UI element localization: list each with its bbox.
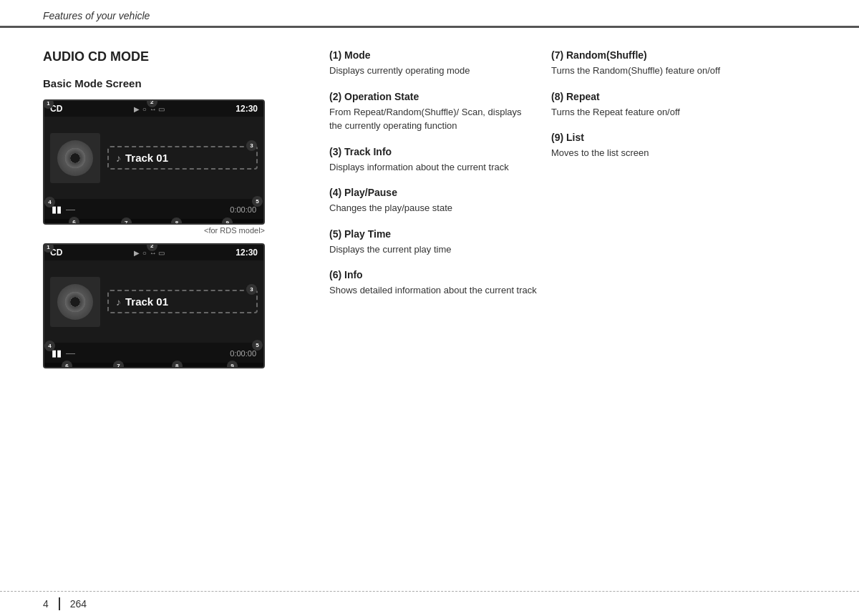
item-3: (3) Track Info Displays information abou…	[329, 146, 537, 175]
footer-page-text: 264	[70, 598, 87, 610]
badge-4b: 4	[44, 341, 55, 351]
screen2-play-time: 0:00:00	[230, 349, 256, 358]
battery-icon2: ▭	[158, 249, 165, 257]
screen1-album-art	[50, 133, 100, 183]
item-5-desc: Displays the current play time	[329, 243, 537, 257]
badge-6b: 6	[62, 361, 72, 368]
rds-note: <for RDS model>	[43, 226, 265, 235]
item-1-label: (1) Mode	[329, 49, 537, 61]
section-sub-title: Basic Mode Screen	[43, 77, 315, 89]
item-4-desc: Changes the play/pause state	[329, 201, 537, 215]
screen2-body: ♪ Track 01 3	[44, 260, 263, 343]
screen1-track-name: Track 01	[125, 152, 168, 164]
right-item-9-label: (9) List	[551, 132, 816, 143]
shuffle-text-btn[interactable]: Shuffle	[106, 368, 143, 368]
badge-5: 5	[252, 196, 263, 207]
screen1-play-time: 0:00:00	[230, 205, 256, 214]
dash-sep: ―	[66, 204, 75, 215]
bluetooth-icon: ▶	[134, 105, 140, 113]
cd-center2	[70, 297, 80, 307]
item-1-desc: Displays currently operating mode	[329, 64, 537, 78]
screen1-body: ♪ Track 01 3	[44, 117, 263, 199]
header-title: Features of your vehicle	[43, 10, 150, 21]
right-item-8: (8) Repeat Turns the Repeat feature on/o…	[551, 91, 816, 119]
page-footer: 4 264	[0, 591, 859, 616]
section-main-title: AUDIO CD MODE	[43, 49, 315, 64]
right-column: (7) Random(Shuffle) Turns the Random(Shu…	[537, 49, 816, 374]
badge-7b: 7	[113, 361, 124, 368]
screen1-time: 12:30	[236, 104, 258, 114]
screen1-buttons: ⓘ 6 ⇆ 7 ↺ 8 ☰ 9	[44, 219, 263, 225]
circle-icon2: ○	[142, 249, 147, 257]
badge-3: 3	[246, 140, 257, 151]
item-2-desc: From Repeat/Random(Shuffle)/ Scan, displ…	[329, 105, 537, 133]
badge-4: 4	[44, 197, 55, 207]
badge-8: 8	[171, 217, 182, 225]
item-5-label: (5) Play Time	[329, 228, 537, 240]
item-4: (4) Play/Pause Changes the play/pause st…	[329, 187, 537, 215]
cd-disc-icon	[57, 140, 93, 176]
screen1-bottom: 4 ▮▮ ― 0:00:00 5	[44, 199, 263, 219]
mid-column: (1) Mode Displays currently operating mo…	[315, 49, 537, 374]
badge-9b: 9	[227, 361, 238, 368]
item-2: (2) Operation State From Repeat/Random(S…	[329, 91, 537, 133]
info-text-btn[interactable]: Info	[59, 368, 84, 368]
battery-icon: ▭	[158, 105, 165, 113]
right-item-8-desc: Turns the Repeat feature on/off	[551, 105, 816, 119]
dash-sep2: ―	[66, 348, 75, 358]
circle-icon: ○	[142, 105, 147, 113]
screen2-icons: ▶ ○ ↔ ▭ 2	[134, 249, 165, 257]
screen1-icons: ▶ ○ ↔ ▭ 2	[134, 105, 165, 113]
car-screen-1: 1 CD ▶ ○ ↔ ▭ 2 12:30	[43, 99, 265, 225]
right-item-7: (7) Random(Shuffle) Turns the Random(Shu…	[551, 49, 816, 78]
music-note-icon2: ♪	[116, 296, 121, 308]
item-2-label: (2) Operation State	[329, 91, 537, 102]
list-text-btn[interactable]: List	[224, 368, 249, 368]
screen2-album-art	[50, 277, 100, 327]
right-item-9: (9) List Moves to the list screen	[551, 132, 816, 160]
screen2-track-name: Track 01	[125, 295, 168, 308]
screen2-buttons: Info 6 Shuffle 7 Repeat 8 List 9	[44, 363, 263, 368]
music-note-icon: ♪	[116, 152, 121, 164]
screen2-time: 12:30	[236, 248, 258, 258]
right-item-8-label: (8) Repeat	[551, 91, 816, 102]
item-1: (1) Mode Displays currently operating mo…	[329, 49, 537, 78]
screen1-play-area: 4 ▮▮ ―	[52, 204, 75, 215]
main-content: AUDIO CD MODE Basic Mode Screen 1 CD ▶ ○…	[0, 28, 859, 388]
screen2-track-box: ♪ Track 01	[107, 290, 258, 313]
item-3-label: (3) Track Info	[329, 146, 537, 157]
badge-5b: 5	[252, 340, 263, 351]
screen2-topbar: 1 CD ▶ ○ ↔ ▭ 2 12:30	[44, 245, 263, 260]
item-3-desc: Displays information about the current t…	[329, 160, 537, 175]
page-header: Features of your vehicle	[0, 0, 859, 28]
footer-page-num: 4	[43, 598, 49, 610]
item-6: (6) Info Shows detailed information abou…	[329, 269, 537, 298]
cd-disc-icon2	[57, 284, 93, 320]
item-4-label: (4) Play/Pause	[329, 187, 537, 198]
screen1-track-box: ♪ Track 01	[107, 146, 258, 170]
screen2-play-area: 4 ▮▮ ―	[52, 348, 75, 358]
badge-6: 6	[69, 217, 79, 225]
screen1-topbar: 1 CD ▶ ○ ↔ ▭ 2 12:30	[44, 101, 263, 117]
badge-7: 7	[121, 217, 132, 225]
screen1-track-area: ♪ Track 01 3	[107, 146, 258, 170]
badge-2: 2	[147, 99, 157, 107]
right-item-9-desc: Moves to the list screen	[551, 146, 816, 160]
right-item-7-desc: Turns the Random(Shuffle) feature on/off	[551, 64, 816, 78]
badge-3b: 3	[246, 284, 257, 295]
cd-center	[70, 153, 80, 163]
screen1-container: 1 CD ▶ ○ ↔ ▭ 2 12:30	[43, 99, 315, 235]
repeat-text-btn[interactable]: Repeat	[165, 368, 203, 368]
screen2-container: 1 CD ▶ ○ ↔ ▭ 2 12:30	[43, 243, 315, 368]
item-6-label: (6) Info	[329, 269, 537, 280]
car-screen-2: 1 CD ▶ ○ ↔ ▭ 2 12:30	[43, 243, 265, 368]
badge-9: 9	[222, 217, 233, 225]
item-6-desc: Shows detailed information about the cur…	[329, 283, 537, 298]
badge-2b: 2	[147, 243, 157, 251]
footer-divider	[59, 597, 60, 610]
right-item-7-label: (7) Random(Shuffle)	[551, 49, 816, 61]
bluetooth-icon2: ▶	[134, 249, 140, 257]
screen2-track-area: ♪ Track 01 3	[107, 290, 258, 313]
item-5: (5) Play Time Displays the current play …	[329, 228, 537, 257]
badge-8b: 8	[172, 361, 183, 368]
